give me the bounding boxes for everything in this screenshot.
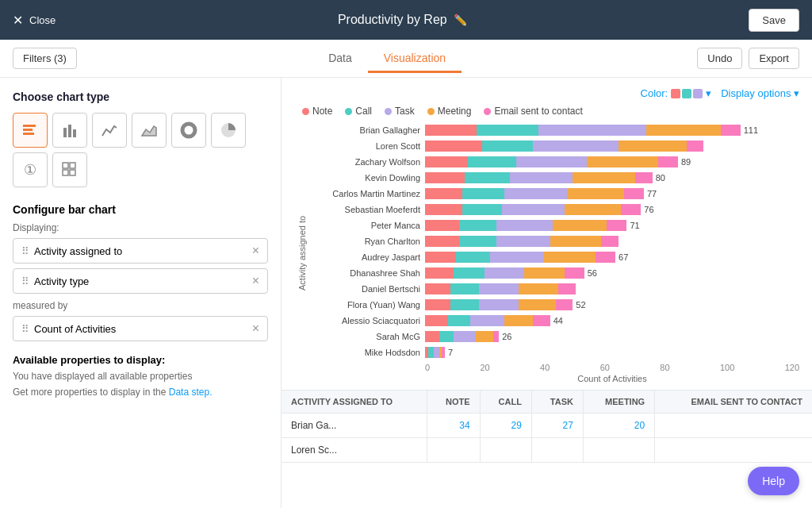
x-tick-20: 20	[480, 363, 489, 372]
bar-segment-call	[459, 236, 496, 247]
app-header: ✕ Close Productivity by Rep ✏️ Save	[0, 0, 812, 40]
data-step-link[interactable]: Data step.	[169, 387, 213, 398]
display-tag-activity-type: ⠿ Activity type ×	[13, 268, 268, 294]
tab-data[interactable]: Data	[312, 45, 368, 73]
bar-segment-email	[601, 236, 619, 247]
export-button[interactable]: Export	[749, 48, 799, 69]
remove-tag-activity-type[interactable]: ×	[252, 274, 259, 288]
close-label: Close	[29, 14, 56, 26]
bar-chart: Brian Gallagher111Loren ScottZachary Wol…	[310, 123, 799, 360]
chart-type-pie[interactable]	[211, 113, 246, 148]
x-tick-0: 0	[425, 363, 430, 372]
edit-icon[interactable]: ✏️	[454, 13, 467, 26]
bar-segment-task	[504, 188, 567, 199]
bar-segment-task	[510, 172, 573, 183]
bar-segment-note	[425, 204, 462, 215]
tag-label-activity-type: Activity type	[34, 275, 252, 287]
bar-label: Dhanashree Shah	[310, 268, 425, 278]
table-body: Brian Ga... 34 29 27 20 Loren Sc...	[282, 414, 812, 463]
bar-segment-task	[470, 315, 504, 326]
bar-segment-meeting	[646, 125, 720, 136]
toolbar-right: Undo Export	[697, 48, 799, 69]
bar-segment-call	[456, 252, 490, 263]
legend-note: Note	[302, 106, 332, 117]
chart-type-bar-vertical[interactable]	[52, 113, 87, 148]
bar-segment-meeting	[524, 267, 564, 279]
bar-segment-call	[465, 172, 510, 183]
x-tick-60: 60	[600, 363, 610, 372]
bar-track: 67	[425, 252, 799, 263]
bar-segment-call	[450, 283, 479, 294]
bar-segment-note	[425, 236, 459, 247]
bar-row: Daniel Bertschi	[310, 282, 799, 296]
bar-segment-email	[624, 188, 644, 199]
bar-value-label: 26	[502, 332, 511, 341]
col-header-email: EMAIL SENT TO CONTACT	[655, 391, 812, 414]
bar-label: Mike Hodsdon	[310, 348, 425, 357]
bar-label: Carlos Martin Martinez	[310, 189, 425, 198]
cell-meeting	[583, 438, 654, 463]
bar-label: Sarah McG	[310, 332, 425, 341]
table-row: Brian Ga... 34 29 27 20	[282, 414, 812, 438]
legend-dot-meeting	[427, 108, 435, 115]
bar-value-label: 7	[448, 348, 453, 357]
x-axis-area: 0 20 40 60 80 100 120	[310, 363, 799, 372]
chart-type-grid[interactable]	[52, 152, 87, 187]
remove-tag-activity-assigned[interactable]: ×	[252, 244, 259, 258]
chart-type-number[interactable]: ①	[13, 152, 48, 187]
bar-segment-call	[450, 299, 479, 310]
bar-row: Zachary Wolfson89	[310, 155, 799, 169]
bar-segment-task	[454, 331, 477, 342]
cell-task: 27	[531, 414, 583, 438]
legend-meeting: Meeting	[427, 106, 472, 117]
cell-note	[427, 438, 480, 463]
save-button[interactable]: Save	[749, 9, 799, 32]
bar-value-label: 71	[630, 221, 639, 230]
tag-label-count: Count of Activities	[34, 323, 252, 335]
chart-type-donut[interactable]	[171, 113, 206, 148]
y-axis-label: Activity assigned to	[294, 123, 310, 383]
bar-segment-email	[596, 252, 615, 263]
bar-track: 80	[425, 172, 799, 183]
grid-icon	[61, 161, 79, 179]
svg-rect-11	[70, 163, 75, 168]
bar-value-label: 56	[588, 268, 597, 278]
remove-tag-count[interactable]: ×	[252, 321, 259, 336]
x-tick-120: 120	[785, 363, 799, 372]
measure-tag-count: ⠿ Count of Activities ×	[13, 316, 268, 341]
bar-segment-task	[538, 125, 646, 136]
bar-segment-note	[425, 267, 454, 279]
svg-rect-12	[63, 170, 68, 175]
bar-label: Flora (Yuan) Wang	[310, 300, 425, 310]
bar-value-label: 44	[553, 316, 563, 325]
bar-segment-task	[479, 299, 519, 310]
bar-label: Kevin Dowling	[310, 173, 425, 183]
bar-segment-email	[721, 125, 741, 136]
bar-label: Audrey Jaspart	[310, 252, 425, 262]
x-tick-80: 80	[660, 363, 669, 372]
bar-row: Flora (Yuan) Wang52	[310, 298, 799, 312]
help-button[interactable]: Help	[748, 467, 799, 495]
chart-type-selector: ①	[13, 113, 268, 187]
color-button[interactable]: Color: ▾	[641, 87, 712, 99]
bar-value-label: 80	[656, 173, 665, 183]
undo-button[interactable]: Undo	[697, 48, 742, 69]
bar-segment-meeting	[619, 140, 687, 152]
chart-type-area[interactable]	[132, 113, 167, 148]
results-table: ACTIVITY ASSIGNED TO NOTE CALL TASK MEET…	[282, 391, 812, 463]
bar-segment-note	[425, 315, 448, 326]
filters-button[interactable]: Filters (3)	[13, 48, 77, 69]
chart-type-bar-horizontal[interactable]	[13, 113, 48, 148]
close-button[interactable]: ✕ Close	[13, 13, 56, 28]
bar-track	[425, 236, 799, 247]
bar-segment-email	[533, 315, 550, 326]
color-swatch	[671, 89, 703, 98]
bar-track: 52	[425, 299, 799, 310]
display-options-button[interactable]: Display options ▾	[721, 87, 799, 99]
tab-visualization[interactable]: Visualization	[368, 45, 462, 73]
cell-meeting: 20	[583, 414, 654, 438]
header-actions: Save	[749, 9, 799, 32]
bar-segment-call	[468, 156, 516, 167]
chart-type-line[interactable]	[92, 113, 127, 148]
available-desc: You have displayed all available propert…	[13, 371, 268, 382]
